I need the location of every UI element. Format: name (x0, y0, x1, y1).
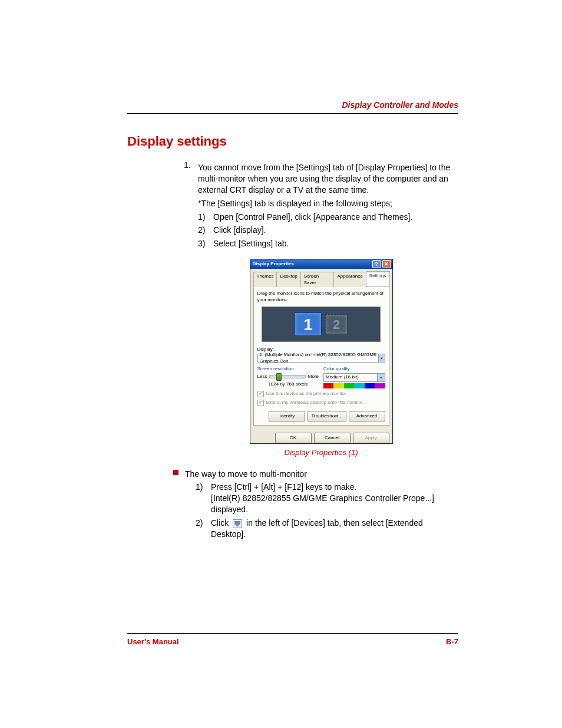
help-button[interactable]: ? (372, 260, 381, 268)
body-text: You cannot move from the [Settings] tab … (198, 162, 458, 196)
resolution-slider[interactable] (269, 375, 305, 378)
monitor-arrangement[interactable]: 1 2 (262, 307, 381, 342)
display-properties-dialog: Display Properties ? ✕ Themes Desktop Sc… (250, 259, 393, 444)
advanced-button[interactable]: Advanced (349, 411, 385, 421)
step-marker: 2) (196, 518, 211, 540)
step-text: Press [Ctrl] + [Alt] + [F12] keys to mak… (211, 482, 458, 493)
step-text: Open [Control Panel], click [Appearance … (213, 212, 458, 223)
dialog-tabs: Themes Desktop Screen Saver Appearance S… (253, 271, 389, 287)
step-marker: 3) (198, 238, 213, 249)
identify-button[interactable]: Identify (269, 411, 305, 421)
step-text: [Intel(R) 82852/82855 GM/GME Graphics Co… (211, 493, 458, 515)
resolution-value: 1024 by 768 pixels (257, 381, 319, 388)
page-footer: User's Manual B-7 (127, 633, 458, 646)
apply-button[interactable]: Apply (353, 433, 389, 443)
color-quality-select[interactable]: Medium (16 bit) ▾ (323, 373, 385, 382)
step-text: Click in the left of [Devices] tab, then… (211, 518, 458, 540)
chevron-down-icon[interactable]: ▾ (377, 374, 385, 381)
figure-caption: Display Properties (1) (184, 447, 458, 458)
close-button[interactable]: ✕ (382, 260, 391, 268)
step-text: Click [display]. (213, 225, 458, 236)
primary-monitor-checkbox: ✓ Use this device as the primary monitor… (257, 391, 385, 397)
step-text: Select [Settings] tab. (213, 238, 458, 249)
body-text: *The [Settings] tab is displayed in the … (198, 198, 458, 209)
chevron-down-icon[interactable]: ▾ (378, 354, 385, 362)
footer-right: B-7 (446, 637, 458, 646)
list-marker: 1. (184, 160, 198, 252)
instruction-text: Drag the monitor icons to match the phys… (257, 291, 385, 304)
cancel-button[interactable]: Cancel (314, 433, 351, 443)
dialog-title: Display Properties (253, 261, 294, 268)
color-quality-value: Medium (16 bit) (326, 374, 359, 381)
ok-button[interactable]: OK (275, 433, 312, 443)
monitor-1-icon[interactable]: 1 (295, 312, 322, 336)
display-select[interactable]: 1. (Multiple Monitors) on Intel(R) 82852… (257, 354, 385, 363)
chapter-header: Display Controller and Modes (127, 100, 458, 114)
display-select-value: 1. (Multiple Monitors) on Intel(R) 82852… (260, 352, 378, 365)
slider-less-label: Less (257, 374, 267, 380)
tab-themes[interactable]: Themes (253, 272, 277, 287)
tab-appearance[interactable]: Appearance (333, 272, 366, 287)
tab-screen-saver[interactable]: Screen Saver (300, 272, 335, 287)
monitor-2-icon[interactable]: 2 (325, 314, 348, 334)
resolution-label: Screen resolution (257, 366, 319, 373)
tab-desktop[interactable]: Desktop (276, 272, 300, 287)
section-title: Display settings (127, 134, 458, 149)
tab-settings[interactable]: Settings (366, 271, 390, 286)
color-bar (323, 383, 385, 388)
bullet-heading: The way to move to multi-monitor (185, 469, 458, 480)
square-bullet-icon (173, 470, 178, 475)
svg-rect-0 (234, 521, 240, 525)
step-marker: 1) (196, 482, 211, 515)
device-icon (233, 519, 242, 528)
step-marker: 2) (198, 225, 213, 236)
slider-more-label: More (308, 374, 319, 380)
troubleshoot-button[interactable]: Troubleshoot... (308, 411, 346, 421)
color-quality-label: Color quality (323, 366, 385, 373)
svg-rect-1 (236, 525, 239, 526)
footer-left: User's Manual (127, 637, 179, 646)
step-marker: 1) (198, 212, 213, 223)
extend-desktop-checkbox: ✓ Extend my Windows desktop onto this mo… (257, 400, 385, 406)
